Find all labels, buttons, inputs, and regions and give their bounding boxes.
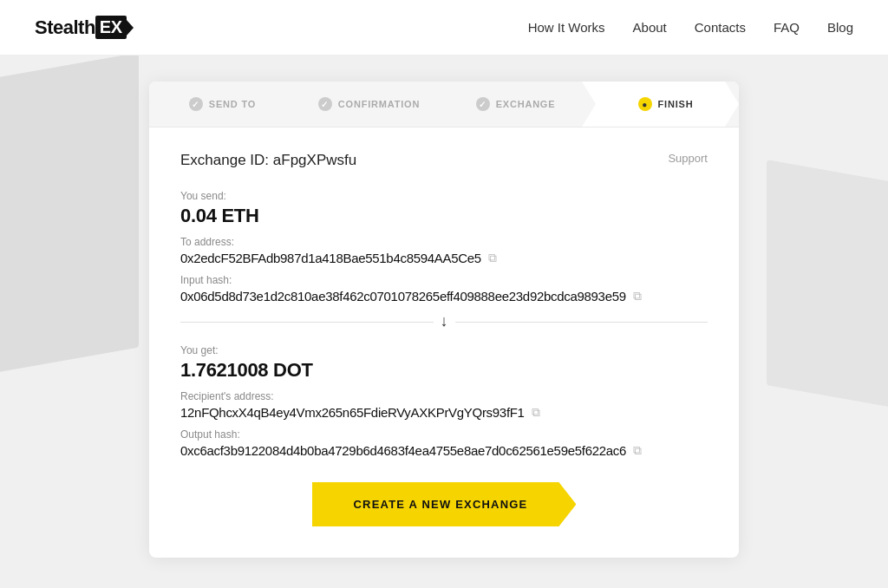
step-exchange: ✓ EXCHANGE bbox=[442, 82, 589, 127]
create-new-exchange-button[interactable]: CREATE A NEW EXCHANGE bbox=[312, 482, 577, 526]
main-content: ✓ SEND TO ✓ CONFIRMATION ✓ EXCHANGE ● FI… bbox=[0, 56, 888, 584]
support-link[interactable]: Support bbox=[668, 152, 708, 165]
input-hash-group: Input hash: 0x06d5d8d73e1d2c810ae38f462c… bbox=[180, 274, 708, 304]
recipient-row: 12nFQhcxX4qB4ey4Vmx265n65FdieRVyAXKPrVgY… bbox=[180, 405, 708, 420]
step-finish-icon: ● bbox=[638, 97, 652, 111]
output-hash-group: Output hash: 0xc6acf3b9122084d4b0ba4729b… bbox=[180, 428, 708, 458]
step-confirmation-label: CONFIRMATION bbox=[338, 99, 420, 109]
nav-about[interactable]: About bbox=[633, 20, 667, 35]
to-address-label: To address: bbox=[180, 236, 708, 248]
exchange-content: Exchange ID: aFpgXPwsfu Support You send… bbox=[149, 127, 739, 558]
exchange-id: Exchange ID: aFpgXPwsfu bbox=[180, 152, 356, 169]
to-address-value: 0x2edcF52BFAdb987d1a418Bae551b4c8594AA5C… bbox=[180, 251, 481, 265]
nav-faq[interactable]: FAQ bbox=[774, 20, 800, 35]
step-exchange-icon: ✓ bbox=[476, 97, 490, 111]
nav-contacts[interactable]: Contacts bbox=[695, 20, 746, 35]
send-group: You send: 0.04 ETH bbox=[180, 190, 708, 227]
cta-section: CREATE A NEW EXCHANGE bbox=[180, 482, 708, 526]
arrow-down-icon: ↓ bbox=[434, 312, 455, 330]
site-header: Stealth EX How It Works About Contacts F… bbox=[0, 0, 888, 56]
output-hash-row: 0xc6acf3b9122084d4b0ba4729b6d4683f4ea475… bbox=[180, 443, 708, 458]
logo: Stealth EX bbox=[35, 16, 127, 39]
exchange-id-label: Exchange ID: bbox=[180, 152, 269, 168]
direction-divider: ↓ bbox=[180, 312, 708, 330]
step-finish: ● FINISH bbox=[582, 82, 739, 127]
content-header: Exchange ID: aFpgXPwsfu Support bbox=[180, 152, 708, 169]
nav-blog[interactable]: Blog bbox=[827, 20, 853, 35]
copy-recipient-icon[interactable]: ⧉ bbox=[532, 405, 540, 420]
get-value: 1.7621008 DOT bbox=[180, 359, 708, 382]
send-label: You send: bbox=[180, 190, 708, 202]
recipient-value: 12nFQhcxX4qB4ey4Vmx265n65FdieRVyAXKPrVgY… bbox=[180, 405, 525, 420]
step-confirmation-icon: ✓ bbox=[318, 97, 332, 111]
send-value: 0.04 ETH bbox=[180, 205, 708, 227]
nav-how-it-works[interactable]: How It Works bbox=[528, 20, 605, 35]
to-address-group: To address: 0x2edcF52BFAdb987d1a418Bae55… bbox=[180, 236, 708, 265]
step-exchange-label: EXCHANGE bbox=[496, 99, 556, 109]
to-address-row: 0x2edcF52BFAdb987d1a418Bae551b4c8594AA5C… bbox=[180, 251, 708, 265]
main-nav: How It Works About Contacts FAQ Blog bbox=[528, 20, 853, 35]
steps-bar: ✓ SEND TO ✓ CONFIRMATION ✓ EXCHANGE ● FI… bbox=[149, 82, 739, 127]
copy-input-hash-icon[interactable]: ⧉ bbox=[633, 289, 642, 304]
input-hash-label: Input hash: bbox=[180, 274, 708, 286]
logo-ex: EX bbox=[95, 16, 127, 39]
recipient-group: Recipient's address: 12nFQhcxX4qB4ey4Vmx… bbox=[180, 390, 708, 420]
exchange-id-value: aFpgXPwsfu bbox=[273, 152, 356, 168]
copy-output-hash-icon[interactable]: ⧉ bbox=[633, 443, 642, 458]
step-send-to-label: SEND TO bbox=[209, 99, 256, 109]
output-hash-label: Output hash: bbox=[180, 428, 708, 441]
get-label: You get: bbox=[180, 344, 708, 356]
recipient-label: Recipient's address: bbox=[180, 390, 708, 402]
output-hash-value: 0xc6acf3b9122084d4b0ba4729b6d4683f4ea475… bbox=[180, 443, 626, 458]
get-group: You get: 1.7621008 DOT bbox=[180, 344, 708, 382]
input-hash-value: 0x06d5d8d73e1d2c810ae38f462c0701078265ef… bbox=[180, 289, 626, 304]
exchange-card: ✓ SEND TO ✓ CONFIRMATION ✓ EXCHANGE ● FI… bbox=[149, 82, 739, 558]
copy-to-address-icon[interactable]: ⧉ bbox=[488, 251, 497, 265]
step-confirmation: ✓ CONFIRMATION bbox=[296, 82, 442, 127]
step-finish-label: FINISH bbox=[658, 99, 694, 109]
step-send-to-icon: ✓ bbox=[189, 97, 203, 111]
input-hash-row: 0x06d5d8d73e1d2c810ae38f462c0701078265ef… bbox=[180, 289, 708, 304]
step-send-to: ✓ SEND TO bbox=[149, 82, 296, 127]
logo-stealth: Stealth bbox=[35, 16, 95, 39]
